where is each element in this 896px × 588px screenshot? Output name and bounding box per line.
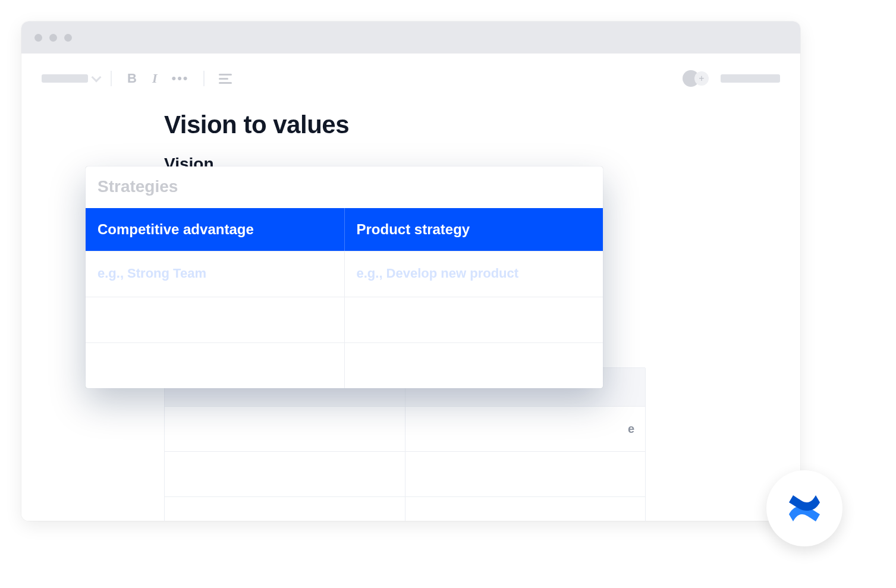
window-dot-close-icon[interactable] (34, 34, 42, 42)
confluence-icon (785, 489, 823, 527)
italic-button[interactable]: I (147, 71, 162, 86)
confluence-logo-badge (766, 470, 842, 546)
table-cell[interactable] (345, 343, 603, 388)
window-titlebar (21, 21, 800, 54)
table-cell[interactable] (405, 452, 646, 496)
table-row: e (165, 406, 645, 451)
table-row (165, 451, 645, 496)
table-row (165, 496, 645, 521)
paragraph-style-selector[interactable] (42, 74, 88, 83)
window-dot-minimize-icon[interactable] (49, 34, 57, 42)
table-cell[interactable] (405, 497, 646, 521)
strategies-card: Strategies Competitive advantage Product… (86, 166, 603, 388)
page-title[interactable]: Vision to values (164, 111, 729, 139)
strategies-header-row: Competitive advantage Product strategy (86, 208, 603, 251)
action-placeholder[interactable] (721, 74, 780, 83)
table-row (86, 297, 603, 342)
background-table[interactable]: e (164, 367, 646, 521)
bold-button[interactable]: B (122, 71, 142, 86)
table-cell[interactable]: e (405, 407, 646, 451)
table-cell[interactable] (86, 343, 345, 388)
editor-toolbar: B I ••• + (42, 69, 780, 88)
toolbar-divider (111, 71, 112, 86)
table-cell[interactable] (165, 407, 405, 451)
align-left-icon[interactable] (215, 74, 235, 84)
table-cell[interactable] (165, 497, 405, 521)
strategies-header-product[interactable]: Product strategy (345, 208, 603, 251)
add-collaborator-button[interactable]: + (694, 71, 709, 86)
table-cell[interactable] (165, 452, 405, 496)
table-row (86, 342, 603, 388)
toolbar-divider (203, 71, 205, 86)
table-cell[interactable]: e.g., Strong Team (86, 251, 345, 297)
table-row: e.g., Strong Team e.g., Develop new prod… (86, 251, 603, 297)
table-cell[interactable] (345, 297, 603, 342)
table-cell[interactable]: e.g., Develop new product (345, 251, 603, 297)
strategies-header-competitive[interactable]: Competitive advantage (86, 208, 345, 251)
strategies-title[interactable]: Strategies (86, 166, 603, 208)
window-dot-zoom-icon[interactable] (64, 34, 72, 42)
table-cell[interactable] (86, 297, 345, 342)
chevron-down-icon[interactable] (92, 73, 102, 83)
more-formatting-button[interactable]: ••• (168, 71, 192, 86)
